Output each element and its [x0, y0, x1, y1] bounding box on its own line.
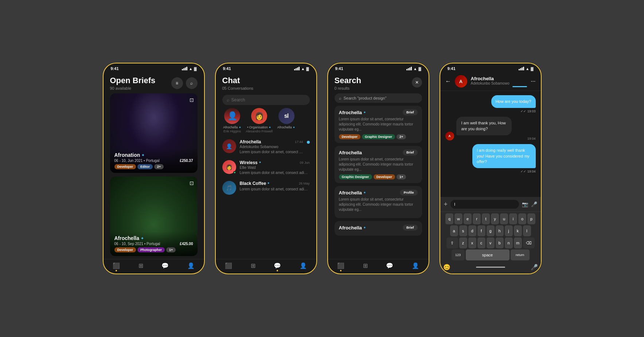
key-r[interactable]: r	[473, 213, 481, 224]
mic-icon[interactable]: 🎤	[531, 201, 537, 207]
signal-icon-3	[406, 67, 412, 70]
more-options-button[interactable]: ···	[531, 78, 535, 85]
emoji-button[interactable]: 😊	[443, 264, 450, 271]
nav-messages-2[interactable]: 💬	[274, 262, 281, 269]
key-a[interactable]: a	[450, 225, 458, 236]
card-content-afrochella: Afrochella ✦ 06 - 10, Sep 2021 • Portuga…	[110, 232, 198, 256]
key-f[interactable]: f	[477, 225, 485, 236]
tag-developer-2: Developer	[114, 247, 136, 252]
brief-card-afronation[interactable]: ⊡ Afronation ✦ 06 - 10, Jun 2021 • Portu…	[110, 93, 198, 173]
chat-item-wireless[interactable]: 👩 Wireless ✦ 09 Jun Ellie Wald Lorem ips…	[217, 157, 315, 178]
space-key[interactable]: space	[466, 249, 510, 260]
kb-mic-button[interactable]: 🎤	[531, 264, 538, 271]
key-j[interactable]: j	[505, 225, 513, 236]
chat-time-2: 09 Jun	[300, 161, 309, 164]
numbers-key[interactable]: 123	[452, 249, 465, 260]
chat-preview-3: Lorem ipsum dolor sit amet, consect adip…	[240, 187, 310, 191]
briefs-title: Open Briefs	[110, 76, 156, 85]
contact-avatar-org: 👩	[251, 108, 267, 124]
nav-saved-2[interactable]: ⊞	[251, 262, 255, 269]
key-t[interactable]: t	[482, 213, 490, 224]
bookmark-afrochella[interactable]: ⊡	[190, 180, 194, 186]
status-icons-4: ▲ ▓	[519, 67, 533, 71]
nav-profile-3[interactable]: 👤	[412, 262, 419, 269]
search-title-group: Search 0 results	[335, 76, 361, 90]
key-d[interactable]: d	[468, 225, 476, 236]
message-header: ← A Afrochella Adetokunbo Sobamowo ···	[440, 72, 541, 91]
message-input[interactable]: I	[450, 200, 519, 209]
result-desc-2: Lorem ipsum dolor sit amet, consectetur …	[339, 157, 418, 172]
result-item-3[interactable]: Afrochella ✦ Profile Lorem ipsum dolor s…	[335, 186, 422, 218]
plus-button[interactable]: +	[444, 201, 448, 208]
phone-search: 9:41 ▲ ▓ Search 0 results ✕	[327, 63, 429, 274]
header-actions: ≡ ⌕	[171, 77, 198, 89]
brief-card-afrochella[interactable]: ⊡ Afrochella ✦ 06 - 10, Sep 2021 • Portu…	[110, 177, 198, 256]
contact-organisation[interactable]: 👩 • Organisation ✦ Alesandro Friswell	[246, 108, 273, 133]
msg-bubble-sent-2: I am doing really well thank you! Have y…	[472, 144, 536, 168]
briefs-nav-icon: ⬛	[113, 262, 120, 269]
key-o[interactable]: o	[518, 213, 526, 224]
nav-profile[interactable]: 👤	[187, 262, 195, 269]
chat-avatar-2: 👩	[222, 160, 236, 174]
chat-item-blackcoffee[interactable]: 🎵 Black Coffee ✦ 26 May Lorem ipsum dolo…	[217, 178, 315, 198]
key-q[interactable]: q	[445, 213, 453, 224]
key-y[interactable]: y	[491, 213, 499, 224]
key-v[interactable]: v	[487, 237, 495, 248]
msg-wrapper-received-1: A I am well thank you, How are you doing…	[445, 117, 536, 140]
chat-info-1: Afrochella 17:44 Adetokunbo Sobamowo Lor…	[240, 139, 303, 154]
nav-briefs[interactable]: ⬛	[113, 262, 120, 269]
key-w[interactable]: w	[454, 213, 462, 224]
search-button[interactable]: ⌕	[186, 77, 198, 89]
back-button[interactable]: ←	[445, 78, 451, 85]
key-e[interactable]: e	[464, 213, 472, 224]
delete-key[interactable]: ⌫	[523, 237, 535, 248]
phone3-content: Search 0 results ✕ ⌕ Search "product des…	[328, 72, 429, 274]
key-i[interactable]: i	[509, 213, 517, 224]
bookmark-afronation[interactable]: ⊡	[190, 97, 194, 103]
result-item-1[interactable]: Afrochella ✦ Brief Lorem ipsum dolor sit…	[335, 106, 422, 143]
contact-slack[interactable]: sl Afrochella ✦	[276, 108, 296, 133]
return-key[interactable]: return	[511, 249, 530, 260]
search-input-bar[interactable]: ⌕ Search "product design"	[335, 93, 422, 103]
search-close-button[interactable]: ✕	[412, 77, 422, 88]
key-n[interactable]: n	[505, 237, 513, 248]
chat-item-afrochella[interactable]: 👤 Afrochella 17:44 Adetokunbo Sobamowo L…	[217, 136, 315, 157]
chat-search-bar[interactable]: ⌕ Search	[222, 95, 310, 105]
key-u[interactable]: u	[500, 213, 508, 224]
camera-icon[interactable]: 📷	[522, 201, 528, 207]
nav-briefs-3[interactable]: ⬛	[337, 262, 344, 269]
nav-briefs-2[interactable]: ⬛	[225, 262, 232, 269]
saved-nav-icon: ⊞	[138, 262, 143, 269]
key-x[interactable]: x	[468, 237, 476, 248]
key-s[interactable]: s	[459, 225, 467, 236]
chat-avatar-1: 👤	[222, 139, 236, 153]
nav-saved-3[interactable]: ⊞	[363, 262, 368, 269]
contact-afrochella[interactable]: 👤 Afrochella ✦ Erik Higgins	[222, 108, 242, 133]
result-item-4[interactable]: Afrochella ✦ Brief	[335, 221, 422, 236]
key-b[interactable]: b	[496, 237, 504, 248]
msg-bubble-received-1: I am well thank you, How are you doing?	[456, 117, 512, 135]
key-g[interactable]: g	[487, 225, 495, 236]
key-k[interactable]: k	[514, 225, 522, 236]
nav-saved[interactable]: ⊞	[138, 262, 143, 269]
key-c[interactable]: c	[477, 237, 485, 248]
key-z[interactable]: z	[459, 237, 467, 248]
card-name-afronation: Afronation ✦	[114, 152, 193, 158]
briefs-nav-icon-2: ⬛	[225, 262, 232, 269]
result-item-2[interactable]: Afrochella Brief Lorem ipsum dolor sit a…	[335, 146, 422, 183]
nav-messages-3[interactable]: 💬	[386, 262, 393, 269]
key-m[interactable]: m	[514, 237, 522, 248]
result-name-4: Afrochella ✦	[339, 225, 366, 231]
phone2-content: Chat 05 Conversations ⌕ Search 👤 A	[216, 72, 316, 274]
key-l[interactable]: l	[523, 225, 531, 236]
shift-key[interactable]: ⇧	[446, 237, 458, 248]
filter-button[interactable]: ≡	[171, 77, 183, 89]
key-p[interactable]: p	[527, 213, 535, 224]
key-h[interactable]: h	[496, 225, 504, 236]
nav-messages[interactable]: 💬	[161, 262, 169, 269]
chat-name-row-1: Afrochella 17:44	[240, 139, 303, 144]
tag-graphic-r2: Graphic Designer	[339, 174, 372, 179]
nav-profile-2[interactable]: 👤	[300, 262, 307, 269]
card-meta-afrochella: 06 - 10, Sep 2021 • Portugal £425.00	[114, 242, 193, 246]
card-tags-afrochella: Developer Photographer 1+	[114, 247, 193, 252]
